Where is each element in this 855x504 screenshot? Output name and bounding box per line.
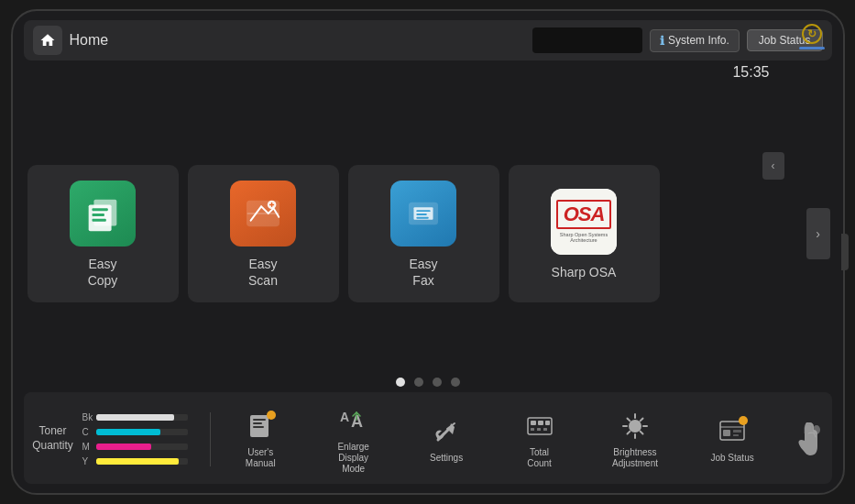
svg-rect-40: [733, 430, 741, 433]
app-tile-easy-copy[interactable]: EasyCopy: [27, 165, 179, 302]
header-right: ℹ System Info. Job Status: [532, 27, 822, 53]
svg-rect-11: [416, 214, 427, 215]
home-label: Home: [70, 32, 109, 49]
app-tile-easy-fax[interactable]: EasyFax: [348, 165, 499, 302]
time-row: 15:35 ‹: [24, 64, 832, 92]
svg-rect-25: [531, 428, 534, 431]
job-status-bottom-label: Job Status: [710, 453, 753, 464]
system-info-label: System Info.: [668, 34, 729, 47]
apps-grid: EasyCopy EasyScan: [24, 165, 832, 302]
toner-bar-bk: [96, 414, 174, 421]
toner-letter-c: C: [82, 427, 92, 437]
top-indicator: ↻: [799, 24, 825, 49]
indicator-icon: ↻: [802, 24, 822, 44]
info-icon: ℹ: [660, 34, 664, 48]
svg-line-33: [627, 419, 630, 422]
toner-section: TonerQuantity Bk C M: [27, 412, 211, 466]
svg-rect-3: [93, 214, 104, 216]
sharp-osa-label: Sharp OSA: [552, 264, 617, 280]
app-tile-easy-scan[interactable]: EasyScan: [188, 165, 339, 302]
enlarge-display-icon: A A: [336, 403, 371, 438]
sharp-osa-icon: OSA Sharp Open Systems Architecture: [551, 189, 617, 255]
toner-bar-bg-m: [96, 444, 188, 450]
toner-bar-bg-bk: [96, 414, 188, 421]
settings-icon: [429, 414, 464, 449]
nav-arrow-right[interactable]: ›: [806, 208, 830, 259]
job-status-bottom-button[interactable]: Job Status: [705, 411, 759, 467]
home-icon[interactable]: [33, 26, 62, 55]
users-manual-icon: [243, 409, 278, 444]
apps-area: EasyCopy EasyScan: [24, 97, 832, 370]
toner-bars: Bk C M Y: [82, 412, 188, 466]
device-frame: ↻ Home ℹ System Info. Job Status 15:35: [11, 9, 845, 495]
svg-line-34: [641, 432, 643, 434]
easy-fax-icon: [390, 181, 456, 247]
svg-rect-2: [93, 208, 108, 211]
settings-button[interactable]: Settings: [421, 411, 472, 467]
dot-3[interactable]: [433, 378, 442, 387]
easy-copy-label: EasyCopy: [88, 256, 118, 289]
toner-letter-m: M: [82, 442, 92, 452]
toner-bar-y: [96, 458, 179, 465]
toner-row-y: Y: [82, 456, 188, 466]
brightness-button[interactable]: BrightnessAdjustment: [607, 405, 663, 473]
header-input-area: [532, 27, 642, 53]
toner-row-c: C: [82, 427, 188, 437]
toner-letter-y: Y: [82, 456, 92, 466]
home-section: Home: [33, 26, 533, 55]
osa-subtitle: Sharp Open Systems Architecture: [556, 232, 611, 243]
svg-rect-10: [416, 210, 430, 212]
svg-rect-16: [253, 426, 264, 428]
svg-rect-24: [545, 421, 550, 425]
toner-bar-bg-c: [96, 429, 188, 435]
system-info-button[interactable]: ℹ System Info.: [650, 29, 740, 52]
osa-logo-text: OSA: [556, 200, 612, 229]
svg-rect-1: [93, 199, 116, 225]
indicator-bar: [799, 47, 825, 49]
bottom-actions: User'sManual A A EnlargeDisplayMode: [211, 400, 784, 478]
svg-rect-15: [253, 422, 262, 424]
easy-scan-icon: [230, 181, 296, 247]
dot-1[interactable]: [396, 378, 405, 387]
total-count-button[interactable]: TotalCount: [514, 405, 565, 473]
svg-rect-23: [538, 421, 543, 425]
svg-text:A: A: [340, 410, 349, 424]
svg-rect-22: [531, 421, 536, 425]
app-tile-sharp-osa[interactable]: OSA Sharp Open Systems Architecture Shar…: [509, 165, 660, 302]
header-bar: Home ℹ System Info. Job Status: [24, 20, 832, 60]
toner-row-m: M: [82, 442, 188, 452]
svg-rect-12: [416, 217, 428, 219]
dot-4[interactable]: [451, 378, 460, 387]
brightness-icon: [618, 409, 652, 444]
easy-scan-label: EasyScan: [248, 256, 278, 289]
dot-2[interactable]: [414, 378, 423, 387]
svg-rect-41: [733, 434, 739, 436]
toner-bar-m: [96, 444, 151, 450]
svg-rect-21: [528, 418, 552, 434]
total-count-label: TotalCount: [527, 447, 552, 469]
toner-bar-bg-y: [96, 458, 188, 465]
pagination-dots: [24, 378, 832, 387]
bottom-bar: TonerQuantity Bk C M: [24, 392, 832, 484]
easy-copy-icon: [70, 181, 136, 247]
enlarge-display-button[interactable]: A A EnlargeDisplayMode: [328, 400, 379, 478]
time-display: 15:35: [732, 64, 769, 92]
total-count-icon: [522, 409, 557, 444]
users-manual-button[interactable]: User'sManual: [235, 405, 286, 473]
settings-label: Settings: [430, 453, 463, 464]
side-button[interactable]: [841, 234, 849, 270]
svg-rect-26: [537, 428, 541, 431]
toner-bar-c: [96, 429, 160, 435]
users-manual-label: User'sManual: [246, 447, 276, 469]
svg-line-35: [641, 419, 643, 422]
accessibility-icon-wrap[interactable]: [784, 421, 828, 457]
enlarge-display-label: EnlargeDisplayMode: [337, 442, 368, 475]
svg-rect-14: [253, 419, 266, 421]
svg-rect-39: [723, 430, 730, 436]
svg-rect-27: [543, 428, 547, 431]
svg-line-36: [627, 432, 630, 434]
easy-fax-label: EasyFax: [409, 256, 437, 289]
nav-arrow-left[interactable]: ‹: [762, 152, 784, 180]
toner-letter-bk: Bk: [82, 412, 92, 422]
hand-icon: [790, 421, 823, 457]
